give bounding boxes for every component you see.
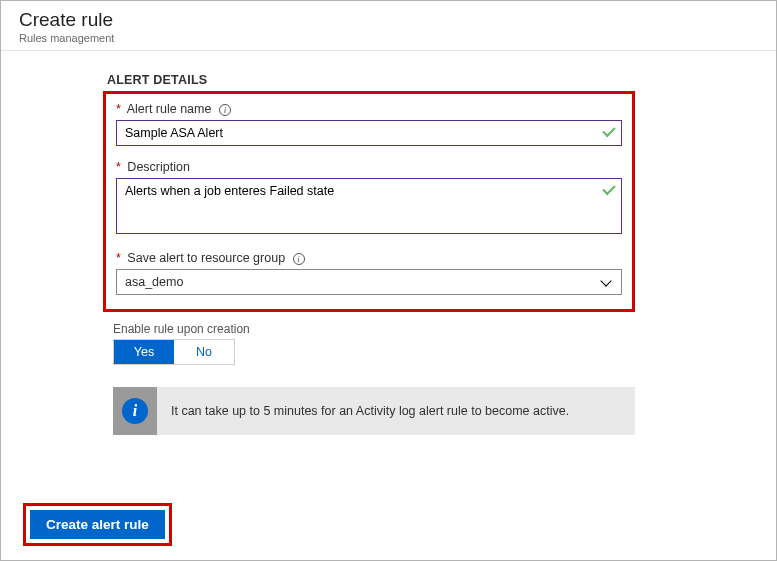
required-asterisk: * <box>116 160 121 174</box>
check-icon <box>602 126 616 140</box>
create-alert-rule-button[interactable]: Create alert rule <box>30 510 165 539</box>
info-icon[interactable]: i <box>219 104 231 116</box>
field-description: * Description Alerts when a job enteres … <box>116 160 622 237</box>
label-rule-name-text: Alert rule name <box>127 102 212 116</box>
label-resource-group-text: Save alert to resource group <box>127 251 285 265</box>
toggle-no-button[interactable]: No <box>174 340 234 364</box>
create-button-highlight: Create alert rule <box>23 503 172 546</box>
required-asterisk: * <box>116 251 121 265</box>
enable-rule-toggle: Yes No <box>113 339 235 365</box>
panel-content: ALERT DETAILS * Alert rule name i * Desc… <box>1 51 776 435</box>
label-description: * Description <box>116 160 622 174</box>
toggle-yes-button[interactable]: Yes <box>114 340 174 364</box>
rule-name-input[interactable] <box>116 120 622 146</box>
field-rule-name: * Alert rule name i <box>116 102 622 146</box>
required-asterisk: * <box>116 102 121 116</box>
label-resource-group: * Save alert to resource group i <box>116 251 622 265</box>
check-icon <box>602 184 616 198</box>
page-title: Create rule <box>19 9 758 31</box>
description-input[interactable]: Alerts when a job enteres Failed state <box>116 178 622 234</box>
activation-note: i It can take up to 5 minutes for an Act… <box>113 387 635 435</box>
label-description-text: Description <box>127 160 190 174</box>
chevron-down-icon <box>602 277 614 289</box>
alert-details-highlight: * Alert rule name i * Description Alerts… <box>103 91 635 312</box>
enable-rule-section: Enable rule upon creation Yes No <box>113 322 776 365</box>
resource-group-select[interactable]: asa_demo <box>116 269 622 295</box>
create-rule-panel: Create rule Rules management ALERT DETAI… <box>0 0 777 561</box>
section-alert-details-title: ALERT DETAILS <box>107 73 776 87</box>
note-icon-wrap: i <box>113 387 157 435</box>
note-text: It can take up to 5 minutes for an Activ… <box>157 404 583 418</box>
panel-header: Create rule Rules management <box>1 1 776 51</box>
info-icon: i <box>122 398 148 424</box>
panel-footer: Create alert rule <box>23 503 172 546</box>
label-rule-name: * Alert rule name i <box>116 102 622 116</box>
enable-rule-label: Enable rule upon creation <box>113 322 776 336</box>
page-subtitle: Rules management <box>19 32 758 44</box>
field-resource-group: * Save alert to resource group i asa_dem… <box>116 251 622 295</box>
info-icon[interactable]: i <box>293 253 305 265</box>
